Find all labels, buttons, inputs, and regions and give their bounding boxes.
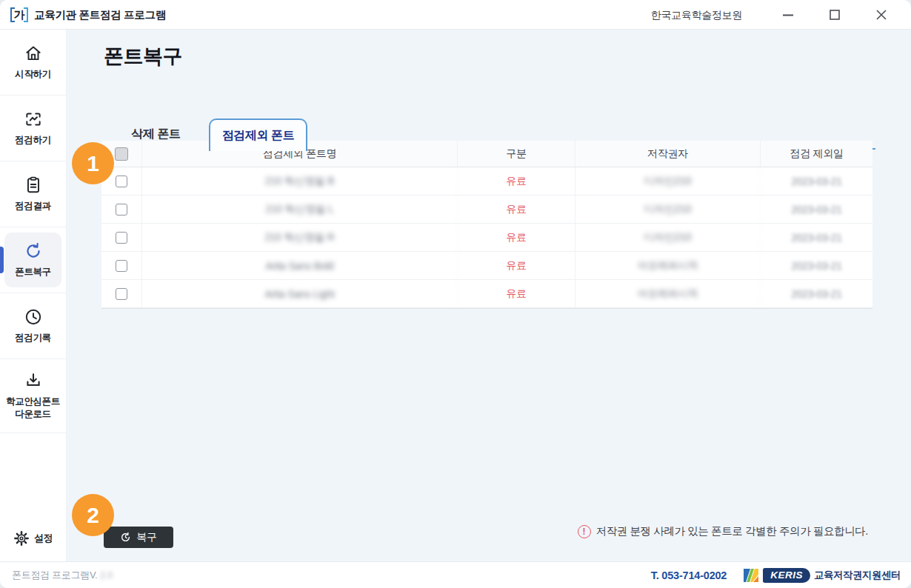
footer-bar: 폰트점검 프로그램V. 2.0 T. 053-714-0202 KERIS 교육…	[0, 561, 911, 588]
app-title: 교육기관 폰트점검 프로그램	[34, 8, 166, 22]
step-badge-1: 1	[72, 142, 114, 184]
owner-cell: 아모레퍼시픽	[575, 252, 761, 279]
support-phone: T. 053-714-0202	[651, 569, 727, 581]
app-logo: 가 교육기관 폰트점검 프로그램	[10, 6, 166, 24]
sidebar-item-history[interactable]: 점검기록	[0, 293, 66, 359]
sidebar-item-check[interactable]: 점검하기	[0, 96, 66, 161]
app-logo-icon: 가	[10, 6, 28, 24]
column-header-type: 구분	[458, 141, 575, 167]
row-checkbox[interactable]	[116, 232, 127, 244]
keris-logo: KERIS 교육저작권지원센터	[743, 568, 901, 583]
warning-icon: !	[578, 525, 591, 538]
scan-icon	[24, 110, 43, 129]
title-bar: 가 교육기관 폰트점검 프로그램 한국교육학술정보원	[0, 0, 911, 30]
font-name-cell: Arita Sans Light	[142, 280, 458, 307]
main-content: 폰트복구 삭제 폰트 점검제외 폰트 점검제외 폰트명 구분 저작권자 점검 제…	[67, 30, 911, 561]
clock-icon	[24, 307, 43, 327]
settings-label: 설정	[34, 532, 53, 545]
sidebar-item-results[interactable]: 점검결과	[0, 161, 66, 227]
download-icon	[24, 371, 43, 390]
logo-bracket-right-icon	[24, 7, 28, 22]
font-name-cell: 210 혁신명필 R	[142, 224, 458, 251]
keris-center-label: 교육저작권지원센터	[814, 569, 901, 582]
active-indicator	[0, 247, 4, 273]
sidebar-item-label: 학교안심폰트다운로드	[6, 395, 60, 421]
window-controls	[782, 0, 887, 30]
table-row: 210 혁신명필 R 유료 디자인210 2023-03-21	[101, 224, 872, 252]
type-cell: 유료	[458, 252, 575, 279]
sidebar-item-label: 점검결과	[15, 200, 50, 213]
restore-button[interactable]: 복구	[104, 527, 173, 548]
date-cell: 2023-03-21	[761, 224, 872, 251]
keris-logo-icon	[743, 568, 759, 583]
logo-bracket-left-icon	[10, 7, 15, 22]
minimize-button[interactable]	[782, 9, 794, 21]
table-row: Arita Sans Bold 유료 아모레퍼시픽 2023-03-21	[101, 252, 872, 280]
owner-cell: 아모레퍼시픽	[575, 280, 761, 307]
sidebar-item-font-restore[interactable]: 폰트복구	[0, 227, 66, 293]
sidebar-item-label: 점검하기	[15, 134, 50, 147]
type-cell: 유료	[458, 280, 575, 307]
date-cell: 2023-03-21	[761, 167, 872, 195]
org-name: 한국교육학술정보원	[651, 9, 742, 22]
row-checkbox[interactable]	[116, 260, 127, 272]
maximize-button[interactable]	[829, 9, 841, 21]
type-cell: 유료	[458, 196, 575, 223]
row-checkbox[interactable]	[116, 204, 127, 216]
tab-excluded-fonts[interactable]: 점검제외 폰트	[209, 118, 307, 151]
sidebar-item-start[interactable]: 시작하기	[0, 30, 66, 96]
type-cell: 유료	[458, 224, 575, 251]
owner-cell: 디자인210	[575, 224, 761, 251]
row-checkbox[interactable]	[116, 176, 127, 187]
version-value: 2.0	[100, 569, 113, 581]
sidebar: 시작하기 점검하기 점검결과 폰트복구 점검기록 학교안심폰트다운로드	[0, 30, 67, 561]
step-badge-2: 2	[72, 494, 114, 536]
restore-button-icon	[120, 532, 131, 543]
sidebar-item-safe-font-download[interactable]: 학교안심폰트다운로드	[0, 359, 66, 433]
type-cell: 유료	[458, 167, 575, 195]
date-cell: 2023-03-21	[761, 252, 872, 279]
version-text: 폰트점검 프로그램V. 2.0	[12, 569, 113, 582]
sidebar-item-label: 점검기록	[15, 332, 50, 344]
restore-button-label: 복구	[136, 531, 156, 544]
page-title: 폰트복구	[104, 43, 182, 70]
sidebar-item-settings[interactable]: 설정	[0, 515, 66, 561]
table-row: 210 혁신명필 L 유료 디자인210 2023-03-21	[101, 196, 872, 224]
restore-icon	[24, 241, 43, 261]
sidebar-item-label: 폰트복구	[15, 266, 50, 278]
warning-text: 저작권 분쟁 사례가 있는 폰트로 각별한 주의가 필요합니다.	[596, 524, 868, 538]
app-window: 가 교육기관 폰트점검 프로그램 한국교육학술정보원 시작하기 점검하기	[0, 0, 911, 588]
column-header-exclusion-date: 점검 제외일	[761, 141, 872, 167]
copyright-warning: ! 저작권 분쟁 사례가 있는 폰트로 각별한 주의가 필요합니다.	[578, 524, 868, 538]
column-header-owner: 저작권자	[575, 141, 761, 167]
owner-cell: 디자인210	[575, 167, 761, 195]
close-button[interactable]	[875, 9, 887, 21]
date-cell: 2023-03-21	[761, 196, 872, 223]
keris-wordmark: KERIS	[763, 568, 810, 583]
font-name-cell: 210 혁신명필 B	[142, 167, 458, 195]
font-name-cell: Arita Sans Bold	[142, 252, 458, 279]
excluded-fonts-table: 점검제외 폰트명 구분 저작권자 점검 제외일 210 혁신명필 B 유료 디자…	[101, 141, 872, 309]
date-cell: 2023-03-21	[761, 280, 872, 307]
clipboard-icon	[24, 176, 43, 195]
row-checkbox[interactable]	[116, 288, 127, 300]
home-icon	[24, 44, 43, 63]
table-row: Arita Sans Light 유료 아모레퍼시픽 2023-03-21	[101, 280, 872, 308]
select-all-checkbox[interactable]	[115, 147, 128, 161]
table-row: 210 혁신명필 B 유료 디자인210 2023-03-21	[101, 167, 872, 196]
font-name-cell: 210 혁신명필 L	[142, 196, 458, 223]
owner-cell: 디자인210	[575, 196, 761, 223]
gear-icon	[13, 530, 30, 547]
sidebar-item-label: 시작하기	[15, 68, 50, 81]
